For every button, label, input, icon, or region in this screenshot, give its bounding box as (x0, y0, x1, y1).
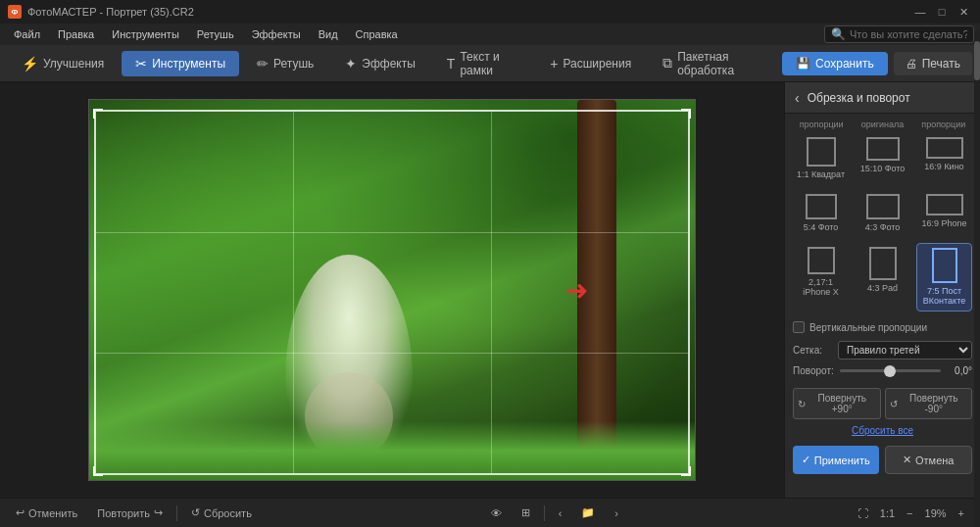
right-panel: ‹ Обрезка и поворот пропорции оригинала … (784, 82, 980, 498)
col-header-0: пропорции (793, 120, 850, 129)
scissors-icon: ✂ (135, 56, 147, 72)
rotate-minus-button[interactable]: ↺ Повернуть -90° (885, 388, 973, 419)
ratio-headers: пропорции оригинала пропорции (793, 120, 972, 129)
ratio-grid: 1:1 Квадрат 15:10 Фото 16:9 Кино 5:4 Фот… (793, 133, 972, 311)
zoom-out-button[interactable]: − (901, 505, 918, 521)
tab-tekst[interactable]: T Текст и рамки (433, 45, 532, 82)
zoom-in-icon: + (958, 507, 964, 519)
rotate-buttons: ↻ Повернуть +90° ↺ Повернуть -90° (785, 386, 980, 421)
ratio-box-217 (808, 247, 835, 274)
zoom-in-button[interactable]: + (953, 505, 970, 521)
tab-retush[interactable]: ✏ Ретушь (243, 51, 327, 76)
save-button[interactable]: 💾 Сохранить (782, 52, 888, 75)
canvas-area[interactable]: ➜ (0, 82, 784, 498)
menubar: Файл Правка Инструменты Ретушь Эффекты В… (0, 24, 980, 45)
apply-button[interactable]: ✓ Применить (793, 446, 879, 474)
maximize-button[interactable]: □ (933, 3, 951, 21)
ratio-54[interactable]: 5:4 Фото (793, 190, 849, 237)
cancel-x-icon: ✕ (903, 454, 911, 466)
undo-label: Отменить (28, 507, 77, 519)
ratio-label-11: 1:1 Квадрат (797, 169, 845, 180)
grid-row: Сетка: Правило третей (793, 341, 972, 359)
titlebar: Ф ФотоМАСТЕР - Портрет (35).CR2 — □ ✕ (0, 0, 980, 24)
crop-box[interactable] (94, 110, 690, 475)
vertical-checkbox[interactable] (793, 321, 805, 333)
tab-instrumenty[interactable]: ✂ Инструменты (122, 51, 239, 76)
undo-icon: ↩ (16, 506, 24, 519)
search-icon: 🔍 (831, 27, 846, 41)
ratio-1510[interactable]: 15:10 Фото (855, 133, 910, 184)
tab-paketnaya[interactable]: ⧉ Пакетная обработка (649, 45, 778, 82)
next-button[interactable]: › (609, 505, 624, 521)
toolbar-right: 💾 Сохранить 🖨 Печать (782, 52, 972, 75)
divider-2 (544, 505, 545, 521)
minimize-button[interactable]: — (911, 3, 929, 21)
grid-select[interactable]: Правило третей (838, 341, 972, 359)
save-label: Сохранить (815, 57, 874, 71)
reset-button[interactable]: ↺ Сбросить (185, 504, 258, 521)
ratio-43p[interactable]: 4:3 Pad (855, 243, 910, 312)
window-controls[interactable]: — □ ✕ (911, 3, 972, 21)
ratio-box-169c (926, 137, 963, 159)
close-button[interactable]: ✕ (955, 3, 972, 21)
apply-label: Применить (814, 455, 870, 466)
fullscreen-button[interactable]: ⛶ (852, 505, 874, 521)
menu-help[interactable]: Справка (348, 26, 406, 42)
crop-grid (96, 112, 688, 473)
tab-effekty-label: Эффекты (362, 57, 416, 71)
rotation-row: Поворот: 0,0° (793, 365, 972, 376)
menu-edit[interactable]: Правка (50, 26, 102, 42)
undo-button[interactable]: ↩ Отменить (10, 504, 83, 521)
compare-icon: ⊞ (521, 506, 530, 519)
redo-button[interactable]: Повторить ↪ (91, 504, 169, 521)
tab-tekst-label: Текст и рамки (460, 50, 518, 77)
menu-view[interactable]: Вид (311, 26, 346, 42)
reset-link[interactable]: Сбросить все (785, 421, 980, 440)
rotate-plus-label: Повернуть +90° (808, 393, 876, 414)
rotate-plus-button[interactable]: ↻ Повернуть +90° (793, 388, 881, 419)
main-area: ➜ ‹ Обрезка и поворот пропорции оригинал… (0, 82, 980, 498)
folder-icon: 📁 (581, 506, 595, 519)
tab-uluchsheniya[interactable]: ⚡ Улучшения (8, 51, 118, 76)
ratio-169p[interactable]: 16:9 Phone (916, 190, 972, 237)
scrollbar[interactable] (974, 82, 980, 498)
rotation-slider[interactable] (840, 369, 941, 372)
col-header-2: пропорции (915, 120, 972, 129)
ratio-75[interactable]: 7:5 Пост ВКонтакте (916, 243, 972, 312)
rotate-plus-icon: ↻ (798, 399, 806, 409)
menu-tools[interactable]: Инструменты (104, 26, 187, 42)
ratio-label-169p: 16:9 Phone (921, 218, 966, 229)
cancel-button[interactable]: ✕ Отмена (885, 446, 973, 474)
window-title: ФотоМАСТЕР - Портрет (35).CR2 (27, 6, 194, 18)
back-button[interactable]: ‹ (795, 90, 800, 106)
prev-button[interactable]: ‹ (553, 505, 568, 521)
arrow-indicator: ➜ (565, 274, 588, 307)
ratio-box-43p (869, 247, 897, 280)
eye-icon: 👁 (491, 507, 502, 519)
batch-icon: ⧉ (662, 55, 672, 72)
folder-button[interactable]: 📁 (575, 504, 601, 521)
tab-effekty[interactable]: ✦ Эффекты (331, 51, 429, 76)
menu-retouch[interactable]: Ретушь (189, 26, 242, 42)
print-button[interactable]: 🖨 Печать (894, 52, 972, 75)
panel-inner: пропорции оригинала пропорции 1:1 Квадра… (785, 114, 980, 498)
redo-icon: ↪ (154, 506, 163, 519)
toolbar: ⚡ Улучшения ✂ Инструменты ✏ Ретушь ✦ Эфф… (0, 45, 980, 82)
ratio-43[interactable]: 4:3 Фото (855, 190, 910, 237)
panel-header: ‹ Обрезка и поворот (785, 82, 980, 114)
search-bar[interactable]: 🔍 (824, 25, 974, 43)
eye-button[interactable]: 👁 (485, 505, 508, 521)
zoom-out-icon: − (906, 507, 912, 519)
chevron-right-icon: › (614, 507, 618, 519)
search-input[interactable] (850, 28, 967, 40)
ratio-217[interactable]: 2,17:1 iPhone X (793, 243, 849, 312)
crop-overlay (89, 100, 695, 480)
menu-file[interactable]: Файл (6, 26, 48, 42)
ratio-169c[interactable]: 16:9 Кино (916, 133, 972, 184)
tab-rasshireniya[interactable]: + Расширения (536, 51, 645, 76)
compare-button[interactable]: ⊞ (515, 504, 536, 521)
menu-effects[interactable]: Эффекты (244, 26, 309, 42)
bottombar-right: ⛶ 1:1 − 19% + (852, 505, 970, 521)
ratio-11[interactable]: 1:1 Квадрат (793, 133, 849, 184)
grid-label: Сетка: (793, 345, 832, 356)
